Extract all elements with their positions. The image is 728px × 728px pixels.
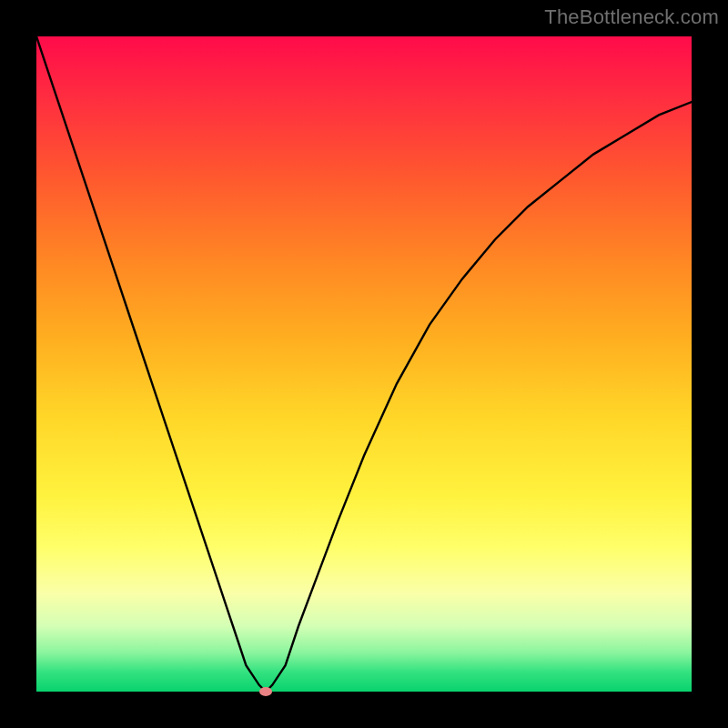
plot-area: [36, 36, 692, 692]
chart-frame: TheBottleneck.com: [0, 0, 728, 728]
bottleneck-curve: [36, 36, 692, 692]
minimum-point-marker: [259, 687, 272, 696]
curve-layer: [36, 36, 692, 692]
watermark-text: TheBottleneck.com: [544, 5, 719, 29]
